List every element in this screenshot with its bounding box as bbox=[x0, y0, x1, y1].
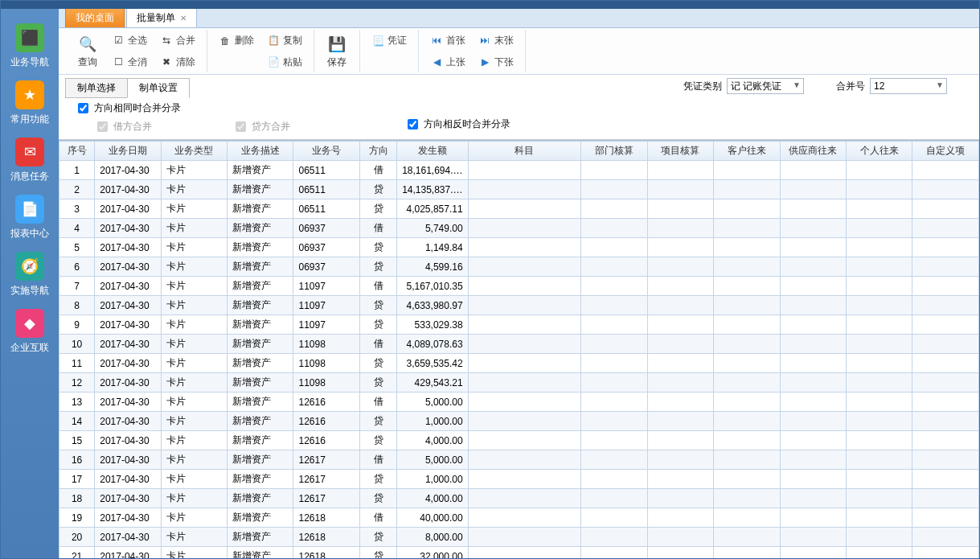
cell[interactable] bbox=[847, 277, 912, 296]
cell[interactable] bbox=[468, 277, 581, 296]
cell[interactable]: 10 bbox=[59, 335, 95, 354]
cell[interactable] bbox=[581, 335, 647, 354]
cell[interactable]: 2017-04-30 bbox=[95, 335, 161, 354]
cell[interactable]: 借 bbox=[359, 393, 396, 412]
cell[interactable] bbox=[468, 257, 581, 277]
cell[interactable] bbox=[581, 354, 647, 373]
cell[interactable]: 06937 bbox=[293, 257, 359, 277]
cell[interactable] bbox=[912, 412, 979, 431]
cell[interactable]: 06511 bbox=[293, 199, 359, 219]
cell[interactable]: 3 bbox=[59, 199, 95, 219]
cell[interactable]: 11097 bbox=[293, 277, 359, 296]
cell[interactable]: 卡片 bbox=[161, 450, 227, 470]
cell[interactable] bbox=[912, 277, 979, 296]
cell[interactable] bbox=[714, 431, 780, 450]
cell[interactable]: 2 bbox=[59, 180, 95, 199]
cell[interactable]: 06937 bbox=[293, 238, 359, 257]
cell[interactable]: 新增资产 bbox=[228, 219, 293, 238]
cell[interactable]: 2017-04-30 bbox=[95, 354, 161, 373]
cell[interactable]: 12616 bbox=[293, 431, 359, 450]
cell[interactable] bbox=[912, 508, 979, 528]
cell[interactable]: 2017-04-30 bbox=[95, 373, 161, 393]
cell[interactable]: 贷 bbox=[359, 238, 396, 257]
table-row[interactable]: 142017-04-30卡片新增资产12616贷1,000.00 bbox=[59, 412, 979, 431]
table-row[interactable]: 112017-04-30卡片新增资产11098贷3,659,535.42 bbox=[59, 354, 979, 373]
cell[interactable]: 12618 bbox=[293, 508, 359, 528]
cell[interactable]: 5,749.00 bbox=[397, 219, 468, 238]
column-header[interactable]: 业务日期 bbox=[95, 142, 161, 161]
cell[interactable] bbox=[647, 238, 713, 257]
cell[interactable]: 5,000.00 bbox=[397, 393, 468, 412]
cell[interactable] bbox=[780, 412, 846, 431]
cell[interactable] bbox=[780, 277, 846, 296]
table-row[interactable]: 122017-04-30卡片新增资产11098贷429,543.21 bbox=[59, 373, 979, 393]
cell[interactable] bbox=[468, 354, 581, 373]
cell[interactable] bbox=[912, 315, 979, 335]
cell[interactable] bbox=[714, 508, 780, 528]
table-row[interactable]: 202017-04-30卡片新增资产12618贷8,000.00 bbox=[59, 528, 979, 547]
cell[interactable]: 卡片 bbox=[161, 219, 227, 238]
cell[interactable]: 533,029.38 bbox=[397, 315, 468, 335]
cell[interactable]: 11097 bbox=[293, 296, 359, 315]
cell[interactable] bbox=[647, 257, 713, 277]
cell[interactable]: 4,025,857.11 bbox=[397, 199, 468, 219]
cell[interactable]: 2017-04-30 bbox=[95, 219, 161, 238]
sidebar-item-1[interactable]: ★常用功能 bbox=[1, 80, 59, 126]
cell[interactable]: 2017-04-30 bbox=[95, 277, 161, 296]
cell[interactable]: 18,161,694.55 bbox=[397, 161, 468, 180]
cell[interactable] bbox=[847, 508, 912, 528]
cell[interactable] bbox=[780, 257, 846, 277]
cell[interactable] bbox=[647, 354, 713, 373]
cell[interactable] bbox=[912, 161, 979, 180]
cell[interactable] bbox=[647, 547, 713, 559]
cell[interactable] bbox=[468, 373, 581, 393]
cell[interactable]: 贷 bbox=[359, 528, 396, 547]
cell[interactable] bbox=[912, 180, 979, 199]
cell[interactable] bbox=[647, 199, 713, 219]
cell[interactable] bbox=[714, 277, 780, 296]
cell[interactable]: 卡片 bbox=[161, 238, 227, 257]
cell[interactable]: 贷 bbox=[359, 412, 396, 431]
cell[interactable] bbox=[468, 547, 581, 559]
column-header[interactable]: 部门核算 bbox=[581, 142, 647, 161]
cell[interactable]: 卡片 bbox=[161, 547, 227, 559]
cell[interactable]: 2017-04-30 bbox=[95, 547, 161, 559]
cell[interactable]: 12618 bbox=[293, 547, 359, 559]
cell[interactable]: 2017-04-30 bbox=[95, 296, 161, 315]
cell[interactable] bbox=[647, 180, 713, 199]
cell[interactable] bbox=[581, 450, 647, 470]
cell[interactable]: 11 bbox=[59, 354, 95, 373]
cell[interactable] bbox=[714, 373, 780, 393]
cell[interactable] bbox=[714, 161, 780, 180]
cell[interactable]: 5,167,010.35 bbox=[397, 277, 468, 296]
cell[interactable] bbox=[780, 161, 846, 180]
paste-button[interactable]: 📄粘贴 bbox=[264, 54, 305, 71]
debit-merge-checkbox[interactable]: 借方合并 bbox=[94, 119, 152, 134]
cell[interactable] bbox=[780, 180, 846, 199]
cell[interactable]: 1,000.00 bbox=[397, 470, 468, 489]
cell[interactable] bbox=[912, 489, 979, 508]
cell[interactable]: 2017-04-30 bbox=[95, 238, 161, 257]
table-row[interactable]: 62017-04-30卡片新增资产06937贷4,599.16 bbox=[59, 257, 979, 277]
cell[interactable]: 卡片 bbox=[161, 296, 227, 315]
cell[interactable]: 借 bbox=[359, 450, 396, 470]
cell[interactable] bbox=[468, 470, 581, 489]
cell[interactable]: 2017-04-30 bbox=[95, 489, 161, 508]
cell[interactable] bbox=[714, 528, 780, 547]
cell[interactable] bbox=[780, 431, 846, 450]
cell[interactable] bbox=[780, 199, 846, 219]
cell[interactable] bbox=[647, 277, 713, 296]
column-header[interactable]: 业务类型 bbox=[161, 142, 227, 161]
cell[interactable] bbox=[847, 528, 912, 547]
cell[interactable] bbox=[714, 296, 780, 315]
column-header[interactable]: 项目核算 bbox=[647, 142, 713, 161]
select-all-button[interactable]: ☑全选 bbox=[109, 32, 150, 49]
cell[interactable]: 借 bbox=[359, 335, 396, 354]
cell[interactable] bbox=[847, 470, 912, 489]
cell[interactable]: 贷 bbox=[359, 257, 396, 277]
cell[interactable]: 2017-04-30 bbox=[95, 161, 161, 180]
cell[interactable] bbox=[468, 412, 581, 431]
cell[interactable]: 14 bbox=[59, 412, 95, 431]
clear-button[interactable]: ✖清除 bbox=[157, 54, 199, 71]
cell[interactable]: 15 bbox=[59, 431, 95, 450]
